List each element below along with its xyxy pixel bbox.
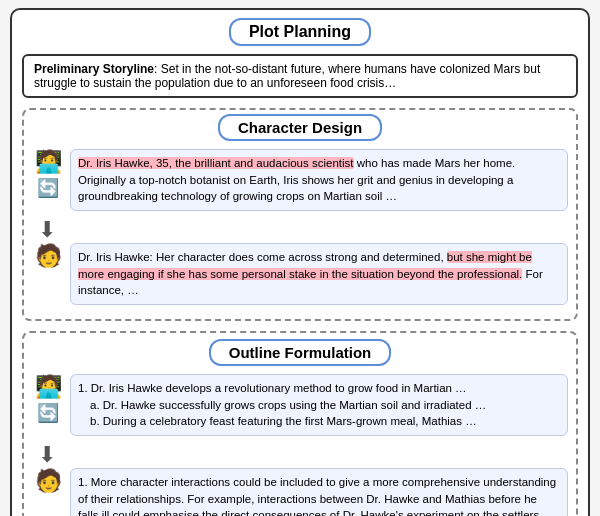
outline-feedback-bubble: 1. More character interactions could be … bbox=[70, 468, 568, 516]
preliminary-box: Preliminary Storyline: Set in the not-so… bbox=[22, 54, 578, 98]
outline-item1: 1. Dr. Iris Hawke develops a revolutiona… bbox=[78, 380, 560, 397]
feedback-plain1: Dr. Iris Hawke: Her character does come … bbox=[78, 251, 447, 263]
main-container: Plot Planning Preliminary Storyline: Set… bbox=[10, 8, 590, 516]
outline-item-a: a. Dr. Hawke successfully grows crops us… bbox=[78, 397, 560, 414]
outline-title-row: Outline Formulation bbox=[32, 339, 568, 366]
char-design-title-row: Character Design bbox=[32, 114, 568, 141]
header-section: Plot Planning bbox=[22, 18, 578, 46]
feedback-row: 🧑 Dr. Iris Hawke: Her character does com… bbox=[32, 243, 568, 305]
char-design-title: Character Design bbox=[218, 114, 382, 141]
person-icon: 🧑 bbox=[35, 243, 62, 269]
outline-writer-row: 🧑‍💻 🔄 1. Dr. Iris Hawke develops a revol… bbox=[32, 374, 568, 436]
writer-icon: 🧑‍💻 bbox=[35, 149, 62, 175]
person-icon-col: 🧑 bbox=[32, 243, 64, 269]
arrow-down-icon: ⬇ bbox=[38, 217, 568, 243]
outline-text-bubble: 1. Dr. Iris Hawke develops a revolutiona… bbox=[70, 374, 568, 436]
writer-highlight-text: Dr. Iris Hawke, 35, the brilliant and au… bbox=[78, 157, 354, 169]
outline-item-b: b. During a celebratory feast featuring … bbox=[78, 413, 560, 430]
outline-feedback-row: 🧑 1. More character interactions could b… bbox=[32, 468, 568, 516]
outline-title: Outline Formulation bbox=[209, 339, 392, 366]
outline-refresh-icon: 🔄 bbox=[37, 402, 59, 424]
outline-arrow-down-icon: ⬇ bbox=[38, 442, 568, 468]
preliminary-label: Preliminary Storyline bbox=[34, 62, 154, 76]
outline-writer-icon: 🧑‍💻 bbox=[35, 374, 62, 400]
outline-person-icon-col: 🧑 bbox=[32, 468, 64, 494]
writer-icon-col: 🧑‍💻 🔄 bbox=[32, 149, 64, 199]
outline-writer-icon-col: 🧑‍💻 🔄 bbox=[32, 374, 64, 424]
outline-person-icon: 🧑 bbox=[35, 468, 62, 494]
writer-row: 🧑‍💻 🔄 Dr. Iris Hawke, 35, the brilliant … bbox=[32, 149, 568, 211]
outline-formulation-section: Outline Formulation 🧑‍💻 🔄 1. Dr. Iris Ha… bbox=[22, 331, 578, 516]
character-design-section: Character Design 🧑‍💻 🔄 Dr. Iris Hawke, 3… bbox=[22, 108, 578, 321]
main-title: Plot Planning bbox=[229, 18, 371, 46]
feedback-text-bubble: Dr. Iris Hawke: Her character does come … bbox=[70, 243, 568, 305]
writer-text-bubble: Dr. Iris Hawke, 35, the brilliant and au… bbox=[70, 149, 568, 211]
refresh-icon: 🔄 bbox=[37, 177, 59, 199]
